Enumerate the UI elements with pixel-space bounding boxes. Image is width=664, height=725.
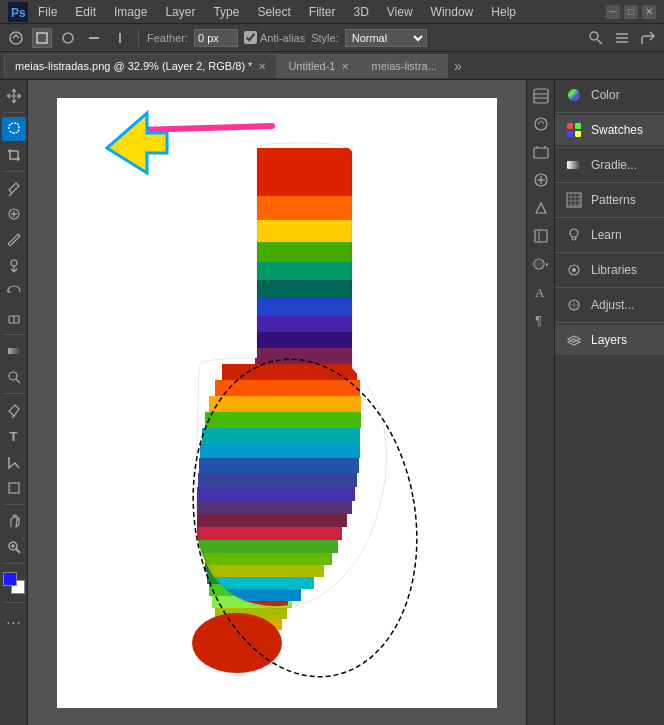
vert-btn-6[interactable]: [529, 224, 553, 248]
dodge-tool[interactable]: [2, 365, 26, 389]
svg-rect-69: [255, 316, 355, 332]
panel-gradient[interactable]: Gradie...: [555, 150, 664, 180]
svg-rect-75: [205, 412, 361, 428]
lasso-tool[interactable]: [2, 117, 26, 141]
svg-rect-73: [215, 380, 360, 396]
panel-color[interactable]: Color: [555, 80, 664, 110]
svg-rect-79: [198, 473, 357, 487]
patterns-panel-label: Patterns: [591, 193, 636, 207]
antialias-checkbox[interactable]: [244, 31, 257, 44]
menu-view[interactable]: View: [379, 3, 421, 21]
tab-untitled[interactable]: Untitled-1 ✕: [277, 54, 360, 78]
close-btn[interactable]: ✕: [642, 5, 656, 19]
type-tool[interactable]: T: [2, 424, 26, 448]
vert-btn-7[interactable]: [529, 252, 553, 276]
rect-marquee-btn[interactable]: [32, 28, 52, 48]
menu-file[interactable]: File: [30, 3, 65, 21]
tab-overflow-btn[interactable]: »: [448, 58, 468, 74]
svg-rect-64: [255, 220, 355, 242]
tab-untitled-close[interactable]: ✕: [341, 61, 349, 72]
search-btn[interactable]: [586, 28, 606, 48]
vert-btn-pilcrow[interactable]: ¶: [529, 308, 553, 332]
panel-layers[interactable]: Layers: [555, 325, 664, 355]
clone-stamp-tool[interactable]: [2, 254, 26, 278]
panel-adjustments[interactable]: Adjust...: [555, 290, 664, 320]
pen-tool[interactable]: [2, 398, 26, 422]
foreground-color-swatch[interactable]: [3, 572, 17, 586]
panel-libraries[interactable]: Libraries: [555, 255, 664, 285]
panel-patterns[interactable]: Patterns: [555, 185, 664, 215]
shape-tool[interactable]: [2, 476, 26, 500]
svg-line-21: [16, 379, 20, 383]
svg-rect-63: [255, 196, 355, 220]
menu-select[interactable]: Select: [249, 3, 298, 21]
arrange-btn[interactable]: [612, 28, 632, 48]
svg-text:¶: ¶: [535, 313, 542, 328]
menu-3d[interactable]: 3D: [345, 3, 376, 21]
layers-icon: [565, 331, 583, 349]
gradient-icon: [565, 156, 583, 174]
style-select[interactable]: Normal Fixed Ratio Fixed Size: [345, 29, 427, 47]
svg-line-29: [137, 126, 272, 130]
svg-rect-70: [255, 332, 355, 348]
menu-window[interactable]: Window: [423, 3, 482, 21]
eyedropper-tool[interactable]: [2, 176, 26, 200]
tab-main-close[interactable]: ✕: [258, 61, 266, 72]
vert-btn-2[interactable]: [529, 112, 553, 136]
color-swatches[interactable]: [3, 572, 25, 594]
tab-main-file[interactable]: meias-listradas.png @ 32.9% (Layer 2, RG…: [4, 54, 277, 78]
adjustments-panel-label: Adjust...: [591, 298, 634, 312]
single-row-btn[interactable]: [84, 28, 104, 48]
extras-btn[interactable]: …: [2, 607, 26, 631]
svg-rect-109: [575, 123, 581, 129]
svg-rect-86: [200, 565, 324, 577]
menu-edit[interactable]: Edit: [67, 3, 104, 21]
svg-point-104: [534, 259, 544, 269]
tool-preset-icon[interactable]: [6, 28, 26, 48]
menu-layer[interactable]: Layer: [157, 3, 203, 21]
minimize-btn[interactable]: ─: [606, 5, 620, 19]
svg-point-120: [570, 229, 578, 237]
brush-tool[interactable]: [2, 228, 26, 252]
svg-rect-91: [534, 89, 548, 103]
hand-tool[interactable]: [2, 509, 26, 533]
antialias-label: Anti-alias: [260, 32, 305, 44]
path-select-tool[interactable]: [2, 450, 26, 474]
svg-point-20: [9, 372, 17, 380]
vert-btn-1[interactable]: [529, 84, 553, 108]
tab-untitled-label: Untitled-1: [288, 60, 335, 72]
history-brush-tool[interactable]: [2, 280, 26, 304]
single-col-btn[interactable]: [110, 28, 130, 48]
panel-swatches[interactable]: Swatches: [555, 115, 664, 145]
tab-secondary[interactable]: meias-listra...: [360, 54, 447, 78]
menu-filter[interactable]: Filter: [301, 3, 344, 21]
menu-image[interactable]: Image: [106, 3, 155, 21]
feather-input[interactable]: [194, 29, 238, 47]
svg-rect-3: [37, 33, 47, 43]
crop-tool[interactable]: [2, 143, 26, 167]
lightbulb-icon: [565, 226, 583, 244]
svg-rect-82: [197, 514, 347, 527]
share-btn[interactable]: [638, 28, 658, 48]
ellipse-marquee-btn[interactable]: [58, 28, 78, 48]
svg-rect-68: [255, 298, 355, 316]
vert-btn-4[interactable]: [529, 168, 553, 192]
gradient-tool[interactable]: [2, 339, 26, 363]
spot-heal-tool[interactable]: [2, 202, 26, 226]
move-tool[interactable]: [2, 84, 26, 108]
svg-point-2: [10, 32, 22, 44]
adjust-icon: [565, 296, 583, 314]
menu-type[interactable]: Type: [205, 3, 247, 21]
svg-point-4: [63, 33, 73, 43]
maximize-btn[interactable]: □: [624, 5, 638, 19]
zoom-tool[interactable]: [2, 535, 26, 559]
tab-main-label: meias-listradas.png @ 32.9% (Layer 2, RG…: [15, 60, 252, 72]
vert-btn-3[interactable]: [529, 140, 553, 164]
canvas-area: [28, 80, 526, 725]
panel-learn[interactable]: Learn: [555, 220, 664, 250]
options-bar: Feather: Anti-alias Style: Normal Fixed …: [0, 24, 664, 52]
eraser-tool[interactable]: [2, 306, 26, 330]
menu-help[interactable]: Help: [483, 3, 524, 21]
vert-btn-text[interactable]: A: [529, 280, 553, 304]
vert-btn-5[interactable]: [529, 196, 553, 220]
